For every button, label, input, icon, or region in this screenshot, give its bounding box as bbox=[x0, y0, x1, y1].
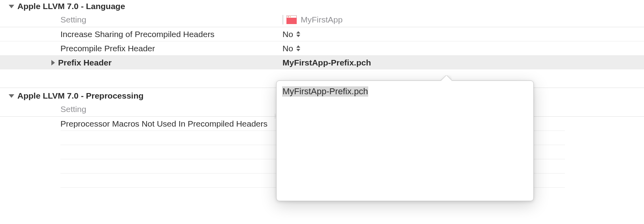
popover-text-input[interactable]: MyFirstApp-Prefix.pch bbox=[282, 86, 368, 97]
value-text: No bbox=[282, 44, 293, 53]
setting-label: Precompile Prefix Header bbox=[0, 44, 282, 53]
column-setting-label: Setting bbox=[0, 15, 282, 24]
value-editor-popover[interactable]: MyFirstApp-Prefix.pch bbox=[276, 80, 534, 201]
value-text: MyFirstApp-Prefix.pch bbox=[282, 58, 371, 67]
disclosure-down-icon[interactable] bbox=[9, 94, 14, 98]
value-text: No bbox=[282, 30, 293, 39]
label-text: Prefix Header bbox=[58, 58, 111, 67]
popover-arrow-icon bbox=[441, 75, 452, 81]
disclosure-right-icon[interactable] bbox=[51, 60, 55, 65]
section-header-language[interactable]: Apple LLVM 7.0 - Language bbox=[0, 0, 644, 13]
setting-value[interactable]: No bbox=[282, 44, 644, 53]
setting-label: Prefix Header bbox=[0, 58, 282, 67]
section-title: Apple LLVM 7.0 - Preprocessing bbox=[17, 91, 143, 101]
setting-row-increase-sharing[interactable]: Increase Sharing of Precompiled Headers … bbox=[0, 27, 644, 41]
setting-label: Preprocessor Macros Not Used In Precompi… bbox=[0, 119, 282, 129]
column-divider bbox=[282, 15, 283, 24]
setting-row-precompile-prefix[interactable]: Precompile Prefix Header No bbox=[0, 41, 644, 55]
column-setting-label: Setting bbox=[0, 105, 282, 114]
stepper-icon[interactable] bbox=[296, 45, 300, 51]
section-title: Apple LLVM 7.0 - Language bbox=[17, 2, 125, 11]
disclosure-down-icon[interactable] bbox=[9, 5, 14, 8]
setting-label: Increase Sharing of Precompiled Headers bbox=[0, 30, 282, 39]
setting-value[interactable]: No bbox=[282, 30, 644, 39]
setting-row-prefix-header[interactable]: Prefix Header MyFirstApp-Prefix.pch bbox=[0, 55, 644, 69]
column-target: MyFirstApp bbox=[282, 15, 644, 24]
column-header-language: Setting MyFirstApp bbox=[0, 13, 644, 27]
target-name: MyFirstApp bbox=[301, 15, 343, 24]
app-icon bbox=[286, 15, 297, 24]
stepper-icon[interactable] bbox=[296, 31, 300, 37]
setting-value[interactable]: MyFirstApp-Prefix.pch bbox=[282, 58, 644, 67]
